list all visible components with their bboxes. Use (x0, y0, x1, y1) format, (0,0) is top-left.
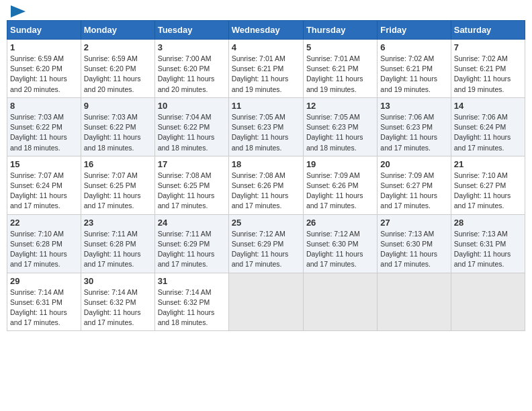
calendar-cell: 6 Sunrise: 7:02 AMSunset: 6:21 PMDayligh… (378, 40, 451, 98)
day-number: 13 (380, 101, 447, 111)
calendar-table: SundayMondayTuesdayWednesdayThursdayFrid… (7, 20, 525, 331)
day-info: Sunrise: 6:59 AMSunset: 6:20 PMDaylight:… (10, 54, 67, 93)
day-number: 9 (84, 101, 152, 111)
day-info: Sunrise: 7:03 AMSunset: 6:22 PMDaylight:… (10, 113, 67, 152)
calendar-cell: 9 Sunrise: 7:03 AMSunset: 6:22 PMDayligh… (81, 97, 154, 156)
day-info: Sunrise: 7:08 AMSunset: 6:26 PMDaylight:… (232, 171, 289, 210)
day-number: 1 (10, 42, 78, 52)
day-info: Sunrise: 7:01 AMSunset: 6:21 PMDaylight:… (306, 54, 363, 93)
day-info: Sunrise: 7:11 AMSunset: 6:29 PMDaylight:… (158, 230, 215, 269)
calendar-cell: 22 Sunrise: 7:10 AMSunset: 6:28 PMDaylig… (7, 214, 81, 273)
day-info: Sunrise: 7:14 AMSunset: 6:32 PMDaylight:… (84, 288, 141, 327)
calendar-cell: 8 Sunrise: 7:03 AMSunset: 6:22 PMDayligh… (7, 97, 81, 156)
day-info: Sunrise: 7:01 AMSunset: 6:21 PMDaylight:… (232, 54, 289, 93)
day-number: 11 (232, 101, 300, 111)
calendar-cell: 26 Sunrise: 7:12 AMSunset: 6:30 PMDaylig… (303, 214, 377, 273)
day-number: 4 (232, 42, 300, 52)
calendar-cell: 23 Sunrise: 7:11 AMSunset: 6:28 PMDaylig… (81, 214, 154, 273)
day-number: 12 (306, 101, 374, 111)
day-number: 30 (84, 276, 152, 286)
day-info: Sunrise: 7:08 AMSunset: 6:25 PMDaylight:… (158, 171, 215, 210)
calendar-cell: 3 Sunrise: 7:00 AMSunset: 6:20 PMDayligh… (154, 40, 228, 98)
calendar-cell: 31 Sunrise: 7:14 AMSunset: 6:32 PMDaylig… (154, 273, 228, 331)
day-info: Sunrise: 7:06 AMSunset: 6:23 PMDaylight:… (380, 113, 437, 152)
calendar-week-2: 8 Sunrise: 7:03 AMSunset: 6:22 PMDayligh… (7, 97, 525, 156)
calendar-cell (378, 273, 451, 331)
day-number: 10 (158, 101, 226, 111)
calendar-cell: 4 Sunrise: 7:01 AMSunset: 6:21 PMDayligh… (228, 40, 303, 98)
day-number: 7 (454, 42, 522, 52)
calendar-cell: 16 Sunrise: 7:07 AMSunset: 6:25 PMDaylig… (81, 156, 154, 214)
calendar-cell: 1 Sunrise: 6:59 AMSunset: 6:20 PMDayligh… (7, 40, 81, 98)
day-info: Sunrise: 7:13 AMSunset: 6:30 PMDaylight:… (380, 230, 437, 269)
calendar-cell: 10 Sunrise: 7:04 AMSunset: 6:22 PMDaylig… (154, 97, 228, 156)
day-number: 15 (10, 159, 78, 169)
day-info: Sunrise: 7:02 AMSunset: 6:21 PMDaylight:… (380, 54, 437, 93)
calendar-cell: 17 Sunrise: 7:08 AMSunset: 6:25 PMDaylig… (154, 156, 228, 214)
day-info: Sunrise: 7:14 AMSunset: 6:32 PMDaylight:… (158, 288, 215, 327)
calendar-col-sunday: Sunday (7, 21, 81, 40)
calendar-cell: 20 Sunrise: 7:09 AMSunset: 6:27 PMDaylig… (378, 156, 451, 214)
calendar-cell: 30 Sunrise: 7:14 AMSunset: 6:32 PMDaylig… (81, 273, 154, 331)
day-info: Sunrise: 7:09 AMSunset: 6:27 PMDaylight:… (380, 171, 437, 210)
calendar-cell: 28 Sunrise: 7:13 AMSunset: 6:31 PMDaylig… (451, 214, 525, 273)
calendar-col-thursday: Thursday (303, 21, 377, 40)
day-info: Sunrise: 7:12 AMSunset: 6:30 PMDaylight:… (306, 230, 363, 269)
day-number: 24 (158, 218, 226, 228)
calendar-cell: 5 Sunrise: 7:01 AMSunset: 6:21 PMDayligh… (303, 40, 377, 98)
calendar-col-tuesday: Tuesday (154, 21, 228, 40)
calendar-week-4: 22 Sunrise: 7:10 AMSunset: 6:28 PMDaylig… (7, 214, 525, 273)
day-number: 19 (306, 159, 374, 169)
day-number: 25 (232, 218, 300, 228)
calendar-cell: 11 Sunrise: 7:05 AMSunset: 6:23 PMDaylig… (228, 97, 303, 156)
day-info: Sunrise: 7:12 AMSunset: 6:29 PMDaylight:… (232, 230, 289, 269)
calendar-cell: 12 Sunrise: 7:05 AMSunset: 6:23 PMDaylig… (303, 97, 377, 156)
day-info: Sunrise: 7:07 AMSunset: 6:24 PMDaylight:… (10, 171, 67, 210)
calendar-header-row: SundayMondayTuesdayWednesdayThursdayFrid… (7, 21, 525, 40)
day-number: 26 (306, 218, 374, 228)
day-number: 22 (10, 218, 78, 228)
day-number: 14 (454, 101, 522, 111)
calendar-cell: 2 Sunrise: 6:59 AMSunset: 6:20 PMDayligh… (81, 40, 154, 98)
day-number: 2 (84, 42, 152, 52)
day-number: 21 (454, 159, 522, 169)
day-number: 5 (306, 42, 374, 52)
day-number: 6 (380, 42, 447, 52)
calendar-cell: 15 Sunrise: 7:07 AMSunset: 6:24 PMDaylig… (7, 156, 81, 214)
day-number: 20 (380, 159, 447, 169)
logo (9, 7, 26, 15)
calendar-col-saturday: Saturday (451, 21, 525, 40)
day-info: Sunrise: 7:05 AMSunset: 6:23 PMDaylight:… (232, 113, 289, 152)
day-number: 28 (454, 218, 522, 228)
calendar-week-1: 1 Sunrise: 6:59 AMSunset: 6:20 PMDayligh… (7, 40, 525, 98)
calendar-cell: 25 Sunrise: 7:12 AMSunset: 6:29 PMDaylig… (228, 214, 303, 273)
day-number: 16 (84, 159, 152, 169)
calendar-cell: 24 Sunrise: 7:11 AMSunset: 6:29 PMDaylig… (154, 214, 228, 273)
day-info: Sunrise: 6:59 AMSunset: 6:20 PMDaylight:… (84, 54, 141, 93)
day-number: 18 (232, 159, 300, 169)
day-number: 23 (84, 218, 152, 228)
calendar-col-monday: Monday (81, 21, 154, 40)
day-info: Sunrise: 7:14 AMSunset: 6:31 PMDaylight:… (10, 288, 67, 327)
calendar-cell: 7 Sunrise: 7:02 AMSunset: 6:21 PMDayligh… (451, 40, 525, 98)
day-number: 29 (10, 276, 78, 286)
day-number: 27 (380, 218, 447, 228)
day-info: Sunrise: 7:03 AMSunset: 6:22 PMDaylight:… (84, 113, 141, 152)
svg-marker-0 (11, 5, 26, 17)
day-info: Sunrise: 7:06 AMSunset: 6:24 PMDaylight:… (454, 113, 511, 152)
day-info: Sunrise: 7:04 AMSunset: 6:22 PMDaylight:… (158, 113, 215, 152)
calendar-cell: 13 Sunrise: 7:06 AMSunset: 6:23 PMDaylig… (378, 97, 451, 156)
day-number: 31 (158, 276, 226, 286)
day-number: 8 (10, 101, 78, 111)
day-info: Sunrise: 7:13 AMSunset: 6:31 PMDaylight:… (454, 230, 511, 269)
calendar-col-wednesday: Wednesday (228, 21, 303, 40)
day-info: Sunrise: 7:10 AMSunset: 6:28 PMDaylight:… (10, 230, 67, 269)
day-info: Sunrise: 7:05 AMSunset: 6:23 PMDaylight:… (306, 113, 363, 152)
calendar-cell (451, 273, 525, 331)
calendar-col-friday: Friday (378, 21, 451, 40)
calendar-week-5: 29 Sunrise: 7:14 AMSunset: 6:31 PMDaylig… (7, 273, 525, 331)
calendar-cell: 29 Sunrise: 7:14 AMSunset: 6:31 PMDaylig… (7, 273, 81, 331)
calendar-week-3: 15 Sunrise: 7:07 AMSunset: 6:24 PMDaylig… (7, 156, 525, 214)
day-info: Sunrise: 7:10 AMSunset: 6:27 PMDaylight:… (454, 171, 511, 210)
day-number: 3 (158, 42, 226, 52)
